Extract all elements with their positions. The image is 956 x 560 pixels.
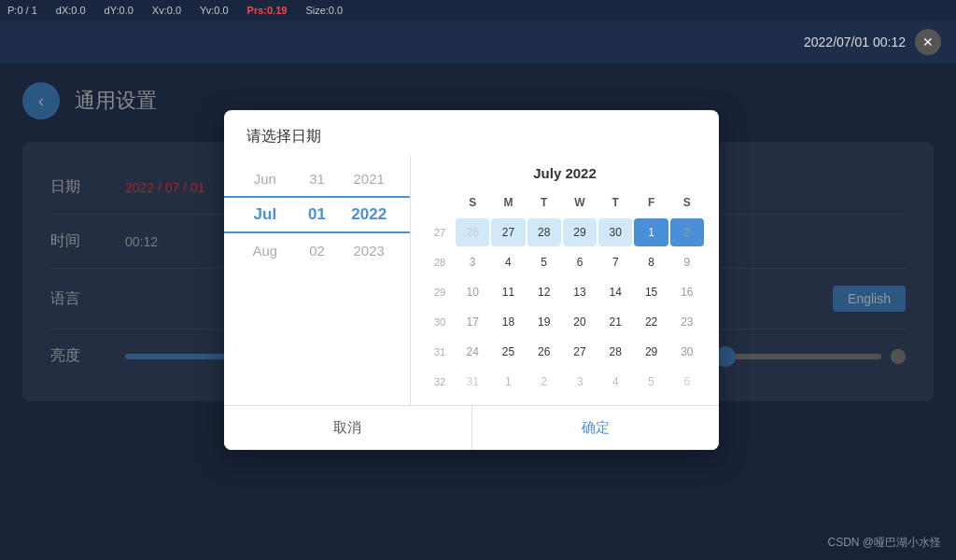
header-datetime: 2022/07/01 00:12 — [804, 35, 906, 49]
status-bar: P:0 / 1 dX:0.0 dY:0.0 Xv:0.0 Yv:0.0 Prs:… — [0, 0, 956, 21]
active-year: 2022 — [343, 205, 395, 224]
cal-day-n2[interactable]: 2 — [527, 368, 561, 396]
calendar-header: July 2022 — [426, 165, 704, 181]
modal-overlay: 请选择日期 Jun 31 2021 Jul 01 2022 — [0, 63, 956, 560]
cal-day-n1[interactable]: 1 — [491, 368, 525, 396]
next-year: 2023 — [343, 243, 395, 259]
calendar-grid: S M T W T F S 27 26 27 28 29 30 — [426, 189, 704, 396]
day-header-t1: T — [527, 189, 561, 217]
day-header-w: W — [563, 189, 597, 217]
cal-day-10[interactable]: 10 — [456, 278, 489, 306]
modal-footer: 取消 确定 — [224, 405, 719, 450]
cal-day-16[interactable]: 16 — [670, 278, 704, 306]
status-dy: dY:0.0 — [105, 5, 134, 16]
cal-day-29b[interactable]: 29 — [634, 338, 668, 366]
cal-day-n5[interactable]: 5 — [634, 368, 668, 396]
cal-day-26b[interactable]: 26 — [527, 338, 561, 366]
week-31: 31 — [426, 338, 454, 366]
prev-year: 2021 — [343, 171, 395, 187]
cal-day-27b[interactable]: 27 — [563, 338, 597, 366]
next-month: Aug — [239, 243, 291, 259]
scroll-picker-prev-row: Jun 31 2021 — [224, 165, 410, 192]
cal-day-2[interactable]: 2 — [670, 218, 704, 246]
cal-day-18[interactable]: 18 — [491, 308, 525, 336]
week-header-empty — [426, 189, 454, 217]
cal-day-14[interactable]: 14 — [598, 278, 632, 306]
cal-day-8[interactable]: 8 — [634, 248, 668, 276]
cal-day-21[interactable]: 21 — [598, 308, 632, 336]
day-header-f: F — [634, 189, 668, 217]
cal-day-n6[interactable]: 6 — [670, 368, 704, 396]
cal-day-n4[interactable]: 4 — [598, 368, 632, 396]
cal-day-31[interactable]: 31 — [456, 368, 489, 396]
cal-day-9[interactable]: 9 — [670, 248, 704, 276]
status-size: Size:0.0 — [305, 5, 343, 16]
cal-day-12[interactable]: 12 — [527, 278, 561, 306]
cal-day-4[interactable]: 4 — [491, 248, 525, 276]
picker-body: Jun 31 2021 Jul 01 2022 Aug 02 2023 — [224, 156, 719, 405]
cal-day-5[interactable]: 5 — [527, 248, 561, 276]
active-day: 01 — [291, 205, 344, 224]
scroll-picker-next-row: Aug 02 2023 — [224, 237, 410, 264]
status-prs: Prs:0.19 — [247, 5, 288, 16]
day-header-t2: T — [598, 189, 632, 217]
week-29: 29 — [426, 278, 454, 306]
cal-day-25[interactable]: 25 — [491, 338, 525, 366]
cancel-button[interactable]: 取消 — [224, 406, 472, 450]
date-picker-modal: 请选择日期 Jun 31 2021 Jul 01 2022 — [224, 110, 719, 450]
week-28: 28 — [426, 248, 454, 276]
cal-day-30[interactable]: 30 — [598, 218, 632, 246]
status-xv: Xv:0.0 — [152, 5, 181, 16]
close-icon: ✕ — [922, 35, 934, 49]
cal-day-3[interactable]: 3 — [456, 248, 489, 276]
cal-day-23[interactable]: 23 — [670, 308, 704, 336]
status-p: P:0 / 1 — [7, 5, 37, 16]
status-yv: Yv:0.0 — [200, 5, 229, 16]
week-32: 32 — [426, 368, 454, 396]
main-content: ‹ 通用设置 日期 2022 / 07 / 01 时间 00:12 语言 Eng… — [0, 63, 956, 560]
header-bar: 2022/07/01 00:12 ✕ — [0, 21, 956, 63]
cal-day-15[interactable]: 15 — [634, 278, 668, 306]
cal-day-28[interactable]: 28 — [527, 218, 561, 246]
day-header-m: M — [491, 189, 525, 217]
prev-day: 31 — [291, 171, 344, 187]
calendar-section: July 2022 S M T W T F S 27 26 — [411, 156, 719, 405]
confirm-button[interactable]: 确定 — [472, 406, 720, 450]
scroll-picker[interactable]: Jun 31 2021 Jul 01 2022 Aug 02 2023 — [224, 156, 411, 405]
watermark: CSDN @哑巴湖小水怪 — [827, 535, 941, 551]
cal-day-1[interactable]: 1 — [634, 218, 668, 246]
status-dx: dX:0.0 — [56, 5, 86, 16]
cal-day-30b[interactable]: 30 — [670, 338, 704, 366]
close-button[interactable]: ✕ — [915, 29, 941, 55]
cal-day-11[interactable]: 11 — [491, 278, 525, 306]
cal-day-13[interactable]: 13 — [563, 278, 597, 306]
cal-day-20[interactable]: 20 — [563, 308, 597, 336]
week-27: 27 — [426, 218, 454, 246]
cal-day-29[interactable]: 29 — [563, 218, 597, 246]
cal-day-n3[interactable]: 3 — [563, 368, 597, 396]
cal-day-26[interactable]: 26 — [456, 218, 489, 246]
cal-day-17[interactable]: 17 — [456, 308, 489, 336]
cal-day-7[interactable]: 7 — [598, 248, 632, 276]
cal-day-19[interactable]: 19 — [527, 308, 561, 336]
day-header-s2: S — [670, 189, 704, 217]
next-day: 02 — [291, 243, 344, 259]
active-month: Jul — [239, 205, 291, 224]
cal-day-27[interactable]: 27 — [491, 218, 525, 246]
day-header-s1: S — [456, 189, 489, 217]
modal-title: 请选择日期 — [224, 110, 719, 156]
week-30: 30 — [426, 308, 454, 336]
prev-month: Jun — [239, 171, 291, 187]
cal-day-28b[interactable]: 28 — [598, 338, 632, 366]
scroll-picker-active-row: Jul 01 2022 — [224, 196, 410, 233]
cal-day-22[interactable]: 22 — [634, 308, 668, 336]
cal-day-6[interactable]: 6 — [563, 248, 597, 276]
cal-day-24[interactable]: 24 — [456, 338, 489, 366]
